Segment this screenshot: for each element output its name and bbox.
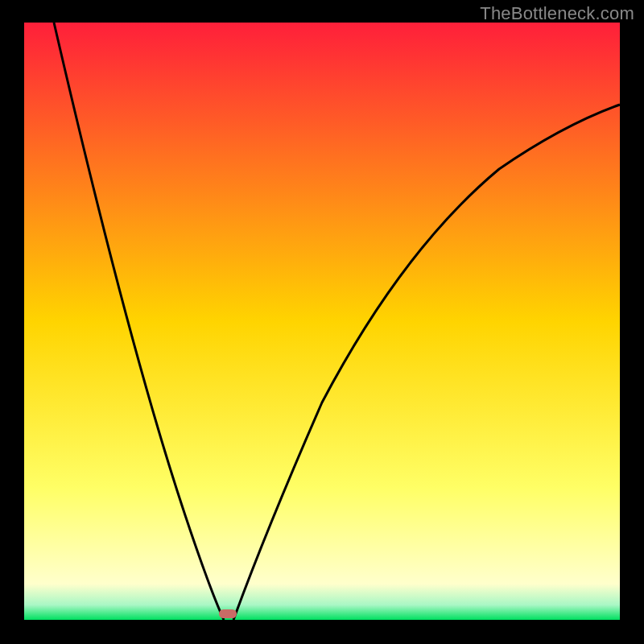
bottleneck-chart [0,0,644,644]
optimal-marker [219,609,237,618]
plot-background [24,23,620,620]
chart-frame: TheBottleneck.com [0,0,644,644]
watermark-text: TheBottleneck.com [480,3,634,24]
